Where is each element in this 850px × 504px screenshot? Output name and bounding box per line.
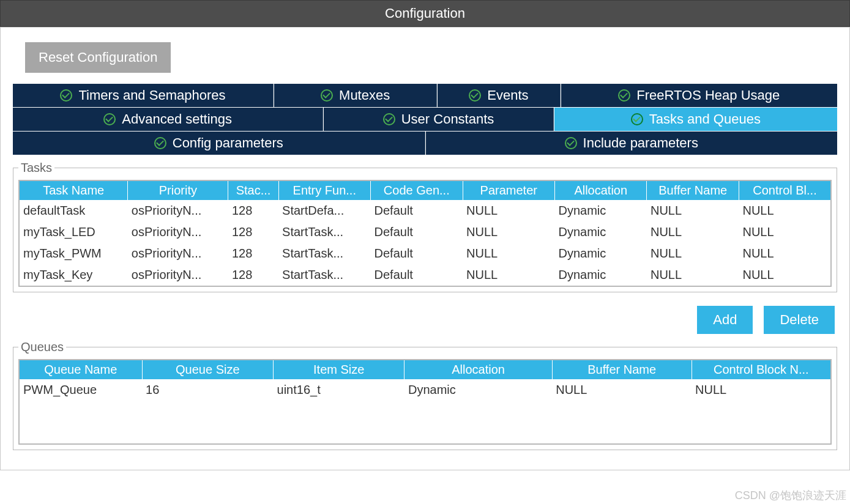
tasks-body: defaultTaskosPriorityN...128StartDefa...… [19,200,831,286]
check-icon [383,113,395,125]
tab-row-2: Advanced settings User Constants Tasks a… [13,108,837,131]
col-q-buffer[interactable]: Buffer Name [552,360,692,379]
tab-label: Timers and Semaphores [78,87,225,103]
cell-ctrl: NULL [739,200,831,221]
cell-name: PWM_Queue [19,379,142,401]
col-queue-size[interactable]: Queue Size [142,360,273,379]
col-control[interactable]: Control Bl... [739,180,831,200]
cell-param: NULL [463,221,554,243]
tasks-actions: Add Delete [1,300,849,334]
table-row[interactable]: PWM_Queue16uint16_tDynamicNULLNULL [19,379,831,401]
tab-config-parameters[interactable]: Config parameters [13,132,425,155]
queues-body: PWM_Queue16uint16_tDynamicNULLNULL [19,379,831,444]
cell-name: myTask_PWM [19,243,128,264]
cell-name: defaultTask [19,200,128,221]
cell-ctrl: NULL [692,379,831,401]
cell-codegen: Default [371,243,463,264]
cell-alloc: Dynamic [555,264,647,286]
tasks-fieldset: Tasks Task Name Priority Stac... Entry F… [13,161,837,292]
cell-param: NULL [463,200,554,221]
check-icon [565,137,577,149]
cell-priority: osPriorityN... [128,200,228,221]
tasks-legend: Tasks [18,161,54,175]
cell-entry: StartTask... [278,243,370,264]
cell-alloc: Dynamic [555,221,647,243]
col-parameter[interactable]: Parameter [463,180,554,200]
table-row[interactable]: myTask_KeyosPriorityN...128StartTask...D… [19,264,831,286]
add-task-button[interactable]: Add [697,306,753,334]
check-icon [321,89,333,102]
check-icon [631,113,643,125]
tab-user-constants[interactable]: User Constants [324,108,553,131]
col-item-size[interactable]: Item Size [274,360,404,379]
cell-name: myTask_Key [19,264,128,286]
cell-priority: osPriorityN... [128,243,228,264]
queues-header-row: Queue Name Queue Size Item Size Allocati… [19,360,831,379]
content-panel: Reset Configuration Timers and Semaphore… [0,27,850,470]
tab-tasks-queues[interactable]: Tasks and Queues [554,108,837,131]
tab-label: Mutexes [339,87,390,103]
tab-advanced-settings[interactable]: Advanced settings [13,108,323,131]
tab-freertos-heap[interactable]: FreeRTOS Heap Usage [561,84,837,107]
col-stack[interactable]: Stac... [228,180,278,200]
cell-param: NULL [463,264,554,286]
cell-stack: 128 [228,264,278,286]
cell-buffer: NULL [647,264,739,286]
cell-name: myTask_LED [19,221,128,243]
col-queue-name[interactable]: Queue Name [19,360,142,379]
col-allocation[interactable]: Allocation [555,180,647,200]
cell-priority: osPriorityN... [128,221,228,243]
tab-mutexes[interactable]: Mutexes [274,84,438,107]
tab-timers-semaphores[interactable]: Timers and Semaphores [13,84,274,107]
cell-alloc: Dynamic [404,379,552,401]
col-q-allocation[interactable]: Allocation [404,360,552,379]
cell-size: 16 [142,379,273,401]
cell-stack: 128 [228,200,278,221]
cell-buffer: NULL [647,243,739,264]
check-icon [469,89,481,102]
tab-row-3: Config parameters Include parameters [13,132,837,155]
delete-task-button[interactable]: Delete [764,306,835,334]
tab-label: Config parameters [173,135,283,151]
tab-navigation: Timers and Semaphores Mutexes Events Fre… [1,84,849,155]
reset-row: Reset Configuration [1,28,849,84]
tasks-table[interactable]: Task Name Priority Stac... Entry Fun... … [18,180,832,287]
tab-include-parameters[interactable]: Include parameters [426,132,838,155]
tab-label: Include parameters [583,135,698,151]
tab-label: Tasks and Queues [649,111,761,127]
cell-entry: StartTask... [278,264,370,286]
col-priority[interactable]: Priority [128,180,228,200]
tasks-header-row: Task Name Priority Stac... Entry Fun... … [19,180,831,200]
col-task-name[interactable]: Task Name [19,180,128,200]
col-entry[interactable]: Entry Fun... [278,180,370,200]
cell-ctrl: NULL [739,243,831,264]
tab-label: User Constants [401,111,494,127]
table-row[interactable]: defaultTaskosPriorityN...128StartDefa...… [19,200,831,221]
cell-buffer: NULL [647,221,739,243]
tab-events[interactable]: Events [438,84,560,107]
table-row[interactable]: myTask_LEDosPriorityN...128StartTask...D… [19,221,831,243]
queues-table[interactable]: Queue Name Queue Size Item Size Allocati… [18,359,832,445]
check-icon [60,89,72,102]
check-icon [103,113,116,125]
page-title: Configuration [0,0,850,27]
cell-ctrl: NULL [739,221,831,243]
queues-fieldset: Queues Queue Name Queue Size Item Size A… [13,340,837,450]
cell-entry: StartTask... [278,221,370,243]
reset-configuration-button[interactable]: Reset Configuration [25,42,171,73]
col-codegen[interactable]: Code Gen... [371,180,463,200]
cell-buffer: NULL [552,379,692,401]
tab-row-1: Timers and Semaphores Mutexes Events Fre… [13,84,837,107]
col-q-control[interactable]: Control Block N... [692,360,831,379]
table-row[interactable]: myTask_PWMosPriorityN...128StartTask...D… [19,243,831,264]
cell-codegen: Default [371,264,463,286]
check-icon [618,89,630,102]
cell-entry: StartDefa... [278,200,370,221]
cell-codegen: Default [371,200,463,221]
cell-param: NULL [463,243,554,264]
cell-ctrl: NULL [739,264,831,286]
col-buffer[interactable]: Buffer Name [647,180,739,200]
cell-buffer: NULL [647,200,739,221]
cell-alloc: Dynamic [555,200,647,221]
tab-label: Events [487,87,528,103]
